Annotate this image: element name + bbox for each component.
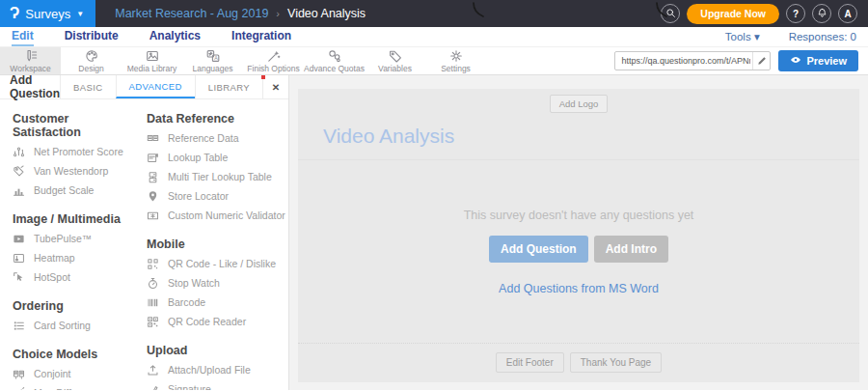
toolbar-item-variables[interactable]: Variables (365, 47, 425, 74)
search-button[interactable] (661, 4, 680, 23)
survey-canvas: Add Logo Video Analysis This survey does… (289, 75, 868, 390)
design-icon (85, 49, 98, 63)
help-icon: ? (793, 9, 799, 19)
tab-basic[interactable]: BASIC (60, 75, 116, 98)
question-type-label: Conjoint (34, 368, 71, 379)
edit-url-button[interactable] (752, 52, 770, 70)
toolbar-item-settings[interactable]: Settings (425, 47, 486, 74)
menu-item-analytics[interactable]: Analytics (149, 27, 201, 46)
notifications-button[interactable] (812, 4, 831, 23)
add-intro-button[interactable]: Add Intro (594, 236, 668, 263)
question-type-store-locator[interactable]: Store Locator (147, 186, 288, 206)
add-logo-button[interactable]: Add Logo (550, 95, 609, 113)
nps-icon (13, 145, 26, 158)
tools-menu[interactable]: Tools ▾ (725, 30, 760, 43)
page-top: Add Logo (298, 89, 859, 113)
menu-item-edit[interactable]: Edit (12, 27, 34, 46)
question-type-signature[interactable]: Signature (147, 379, 288, 390)
topbar: Ɂ Surveys ▼ Market Research - Aug 2019 ›… (0, 0, 868, 27)
toolbar-item-label: Workspace (10, 64, 50, 73)
variables-icon (389, 49, 402, 63)
question-type-van-westendorp[interactable]: Van Westendorp (13, 161, 140, 181)
question-column-2: Data ReferenceReference DataLookup Table… (140, 99, 288, 390)
question-type-card-sorting[interactable]: Card Sorting (13, 316, 140, 335)
question-type-budget-scale[interactable]: Budget Scale (13, 181, 140, 200)
signature-icon (147, 382, 160, 390)
upgrade-button[interactable]: Upgrade Now (687, 4, 779, 24)
responses-count[interactable]: Responses: 0 (789, 31, 856, 42)
question-type-label: Budget Scale (34, 184, 94, 196)
close-panel-button[interactable]: ✕ (262, 75, 288, 98)
preview-button[interactable]: Preview (778, 50, 858, 71)
add-questions-msword-link[interactable]: Add Questions from MS Word (499, 282, 659, 295)
product-switcher[interactable]: Ɂ Surveys ▼ (0, 0, 95, 27)
question-type-label: Lookup Table (168, 152, 228, 163)
question-type-stop-watch[interactable]: Stop Watch (147, 273, 288, 293)
help-button[interactable]: ? (786, 4, 805, 23)
toolbar-item-finish-options[interactable]: Finish Options (243, 47, 304, 74)
question-type-label: Barcode (168, 296, 205, 308)
question-type-label: Signature (168, 383, 211, 390)
question-type-label: Net Promoter Score (34, 146, 123, 157)
toolbar-item-label: Design (78, 64, 103, 73)
upload-icon (147, 363, 160, 377)
question-type-lookup-table[interactable]: Lookup Table (147, 148, 288, 167)
question-type-conjoint[interactable]: Conjoint (13, 364, 140, 383)
section-title-upload: Upload (147, 344, 288, 357)
menu-item-distribute[interactable]: Distribute (65, 27, 119, 46)
avatar[interactable]: A (838, 4, 857, 23)
section-title-ordering: Ordering (13, 299, 140, 313)
notification-dot (261, 75, 265, 79)
content: Add Question BASICADVANCEDLIBRARY ✕ Cust… (0, 75, 868, 390)
toolbar-right: Preview (614, 47, 868, 74)
svg-text:A: A (214, 55, 218, 61)
question-type-heatmap[interactable]: Heatmap (13, 248, 140, 267)
tab-library[interactable]: LIBRARY (195, 75, 262, 98)
breadcrumb-parent[interactable]: Market Research - Aug 2019 (115, 7, 268, 20)
toolbar-item-languages[interactable]: ALanguages (182, 47, 243, 74)
toolbar-item-design[interactable]: Design (61, 47, 122, 74)
add-question-panel: Add Question BASICADVANCEDLIBRARY ✕ Cust… (0, 75, 289, 390)
question-type-qr-code-like-dislike[interactable]: QR Code - Like / Dislike (147, 254, 288, 273)
question-type-multi-tier-lookup-table[interactable]: Multi Tier Lookup Table (147, 167, 288, 186)
chevron-down-icon: ▼ (76, 10, 84, 18)
question-type-reference-data[interactable]: Reference Data (147, 128, 288, 148)
qr-like-icon (147, 257, 160, 270)
question-type-custom-numeric-validator[interactable]: Custom Numeric Validator (147, 206, 288, 225)
question-type-label: Store Locator (168, 190, 229, 202)
empty-message: This survey doesn't have any questions y… (464, 209, 694, 222)
question-type-net-promoter-score[interactable]: Net Promoter Score (13, 142, 140, 161)
question-type-hotspot[interactable]: HotSpot (13, 267, 140, 287)
survey-url-input[interactable] (615, 56, 752, 66)
question-type-tubepulse[interactable]: TubePulse™ (13, 229, 140, 248)
section-title-choice-models: Choice Models (13, 348, 140, 361)
map-pin-icon (147, 189, 160, 203)
section-title-image-multimedia: Image / Multimedia (13, 212, 140, 226)
topbar-actions: Upgrade Now ? A (661, 4, 868, 24)
video-play-icon (13, 232, 26, 245)
heatmap-icon (13, 251, 26, 265)
eye-icon (790, 54, 801, 68)
add-question-button[interactable]: Add Question (489, 236, 588, 263)
toolbar-item-media-library[interactable]: Media Library (122, 47, 182, 74)
question-type-max-diff[interactable]: Max-Diff (13, 383, 140, 390)
question-type-label: TubePulse™ (34, 233, 92, 244)
survey-title-row: Video Analysis (298, 113, 859, 160)
reference-data-icon (147, 131, 160, 145)
question-type-attach-upload-file[interactable]: Attach/Upload File (147, 360, 288, 379)
toolbar-item-label: Advance Quotas (304, 64, 365, 73)
artifact-curve (470, 1, 487, 20)
question-type-barcode[interactable]: Barcode (147, 293, 288, 312)
question-type-qr-code-reader[interactable]: QR Code Reader (147, 312, 288, 331)
toolbar-item-workspace[interactable]: Workspace (0, 47, 61, 74)
survey-title[interactable]: Video Analysis (323, 125, 454, 147)
question-type-label: QR Code Reader (168, 316, 246, 327)
toolbar-item-advance-quotas[interactable]: Advance Quotas (304, 47, 365, 74)
tab-advanced[interactable]: ADVANCED (116, 75, 195, 98)
languages-icon: A (206, 49, 220, 63)
thank-you-page-button[interactable]: Thank You Page (570, 352, 662, 373)
chevron-down-icon: ▾ (754, 31, 760, 42)
edit-footer-button[interactable]: Edit Footer (496, 352, 564, 373)
menu-item-integration[interactable]: Integration (231, 27, 291, 46)
question-type-label: Multi Tier Lookup Table (168, 171, 272, 182)
